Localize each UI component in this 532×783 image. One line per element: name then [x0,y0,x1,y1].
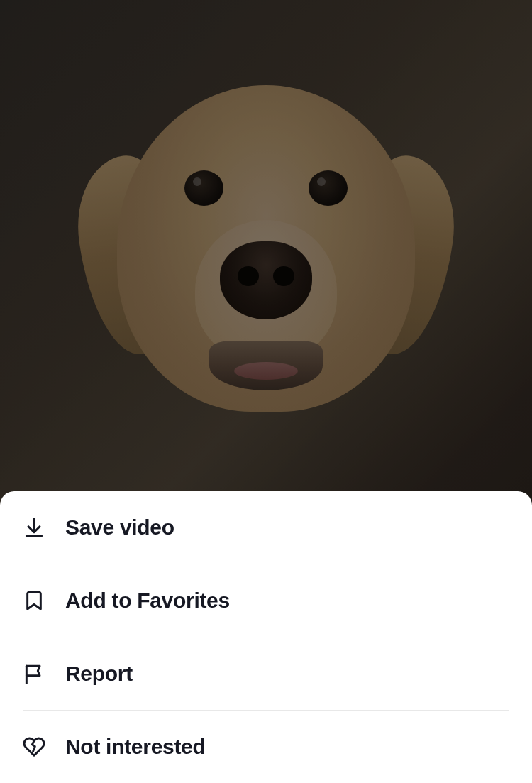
bookmark-icon [23,589,45,612]
download-icon [23,516,45,539]
report-button[interactable]: Report [23,637,509,711]
save-video-button[interactable]: Save video [23,491,509,564]
broken-heart-icon [23,735,45,758]
action-sheet: Save video Add to Favorites Report Not i… [0,491,532,783]
menu-label: Add to Favorites [65,588,230,613]
menu-label: Not interested [65,735,206,759]
flag-icon [23,662,45,685]
add-favorites-button[interactable]: Add to Favorites [23,564,509,637]
menu-label: Save video [65,515,174,540]
not-interested-button[interactable]: Not interested [23,711,509,783]
menu-label: Report [65,662,133,686]
